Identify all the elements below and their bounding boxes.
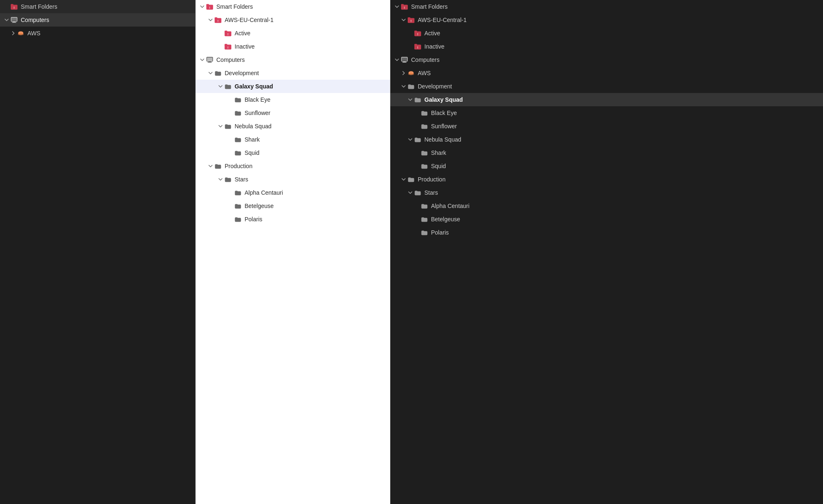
chevron-down-icon[interactable] xyxy=(199,3,206,10)
chevron-down-icon[interactable] xyxy=(3,17,10,23)
svg-rect-24 xyxy=(225,44,227,46)
label-black-eye: Black Eye xyxy=(245,96,270,103)
tree-item-smart-folders[interactable]: ! Smart Folders xyxy=(0,0,195,13)
collapse-handle[interactable]: ‹ xyxy=(390,244,390,260)
svg-text:!: ! xyxy=(218,19,218,23)
chevron-none-icon[interactable] xyxy=(217,43,224,50)
chevron-down-icon[interactable] xyxy=(394,56,400,63)
tree-item-sunflower[interactable]: Sunflower xyxy=(390,120,823,133)
chevron-none-icon[interactable] xyxy=(227,189,234,196)
chevron-down-icon[interactable] xyxy=(207,163,214,169)
label-shark: Shark xyxy=(245,136,260,143)
tree-item-black-eye[interactable]: Black Eye xyxy=(196,93,390,106)
tree-item-sunflower[interactable]: Sunflower xyxy=(196,106,390,120)
chevron-none-icon[interactable] xyxy=(414,110,420,116)
smart-folder-red-icon: ! xyxy=(224,42,232,51)
svg-text:!: ! xyxy=(417,32,418,36)
chevron-down-icon[interactable] xyxy=(394,3,400,10)
tree-item-black-eye[interactable]: Black Eye xyxy=(390,106,823,120)
folder-icon xyxy=(224,82,232,91)
smart-folder-icon: ! xyxy=(400,2,409,11)
tree-item-smart-folders[interactable]: ! Smart Folders xyxy=(196,0,390,13)
tree-item-stars[interactable]: Stars xyxy=(196,173,390,186)
tree-item-aws[interactable]: AWS xyxy=(390,66,823,80)
tree-item-active[interactable]: ! Active xyxy=(196,27,390,40)
chevron-down-icon[interactable] xyxy=(400,17,407,23)
chevron-none-icon[interactable] xyxy=(227,203,234,209)
tree-item-development[interactable]: Development xyxy=(196,66,390,80)
chevron-none-icon[interactable] xyxy=(414,229,420,236)
tree-item-smart-folders[interactable]: ! Smart Folders xyxy=(390,0,823,13)
tree-item-betelgeuse[interactable]: Betelgeuse xyxy=(196,199,390,213)
chevron-none-icon[interactable] xyxy=(414,163,420,169)
chevron-none-icon[interactable] xyxy=(227,110,234,116)
tree-item-computers[interactable]: Computers xyxy=(390,53,823,66)
chevron-none-icon[interactable] xyxy=(227,216,234,223)
tree-item-aws[interactable]: AWS xyxy=(0,27,195,40)
tree-item-squid[interactable]: Squid xyxy=(196,146,390,159)
tree-item-aws-eu[interactable]: ! AWS-EU-Central-1 xyxy=(390,13,823,27)
folder-icon xyxy=(234,215,242,223)
chevron-down-icon[interactable] xyxy=(207,17,214,23)
chevron-none-icon[interactable] xyxy=(217,30,224,37)
tree-item-shark[interactable]: Shark xyxy=(390,146,823,159)
tree-item-development[interactable]: Development xyxy=(390,80,823,93)
tree-item-polaris[interactable]: Polaris xyxy=(196,213,390,226)
chevron-right-icon[interactable] xyxy=(400,70,407,76)
chevron-down-icon[interactable] xyxy=(407,189,414,196)
chevron-none-icon[interactable] xyxy=(414,123,420,130)
folder-icon xyxy=(420,202,429,210)
folder-icon xyxy=(414,95,422,104)
tree-item-aws-eu[interactable]: ! AWS-EU-Central-1 xyxy=(196,13,390,27)
chevron-none-icon[interactable] xyxy=(227,149,234,156)
chevron-none-icon[interactable] xyxy=(227,136,234,143)
label-computers: Computers xyxy=(411,56,439,64)
tree-item-inactive[interactable]: ! Inactive xyxy=(196,40,390,53)
chevron-down-icon[interactable] xyxy=(217,83,224,90)
tree-item-production[interactable]: Production xyxy=(390,173,823,186)
chevron-down-icon[interactable] xyxy=(199,56,206,63)
folder-icon xyxy=(224,175,232,183)
tree-item-alpha-centauri[interactable]: Alpha Centauri xyxy=(390,199,823,213)
tree-item-active[interactable]: ! Active xyxy=(390,27,823,40)
tree-item-inactive[interactable]: ! Inactive xyxy=(390,40,823,53)
folder-icon xyxy=(420,162,429,170)
label-production: Production xyxy=(225,162,252,170)
tree-item-computers[interactable]: Computers xyxy=(196,53,390,66)
chevron-none-icon[interactable] xyxy=(3,3,10,10)
tree-item-alpha-centauri[interactable]: Alpha Centauri xyxy=(196,186,390,199)
label-inactive: Inactive xyxy=(235,43,255,50)
label-smart-folders: Smart Folders xyxy=(216,3,253,10)
tree-item-computers[interactable]: Computers xyxy=(0,13,195,27)
tree-item-betelgeuse[interactable]: Betelgeuse xyxy=(390,213,823,226)
tree-item-production[interactable]: Production xyxy=(196,159,390,173)
svg-rect-37 xyxy=(408,17,410,19)
tree-item-galaxy-squad[interactable]: Galaxy Squad xyxy=(390,93,823,106)
folder-icon xyxy=(234,95,242,104)
chevron-none-icon[interactable] xyxy=(414,216,420,223)
chevron-none-icon[interactable] xyxy=(414,203,420,209)
chevron-none-icon[interactable] xyxy=(407,43,414,50)
chevron-down-icon[interactable] xyxy=(217,176,224,183)
tree-item-squid[interactable]: Squid xyxy=(390,159,823,173)
chevron-right-icon[interactable] xyxy=(10,30,17,37)
chevron-none-icon[interactable] xyxy=(407,30,414,37)
tree-item-shark[interactable]: Shark xyxy=(196,133,390,146)
chevron-down-icon[interactable] xyxy=(400,176,407,183)
chevron-down-icon[interactable] xyxy=(407,96,414,103)
middle-panel: ! Smart Folders ! AWS-EU-Central-1 ! Act… xyxy=(195,0,390,504)
chevron-none-icon[interactable] xyxy=(227,96,234,103)
tree-item-nebula-squad[interactable]: Nebula Squad xyxy=(390,133,823,146)
svg-rect-20 xyxy=(225,31,227,32)
tree-item-galaxy-squad[interactable]: Galaxy Squad xyxy=(196,80,390,93)
chevron-down-icon[interactable] xyxy=(207,70,214,76)
chevron-down-icon[interactable] xyxy=(407,136,414,143)
tree-item-stars[interactable]: Stars xyxy=(390,186,823,199)
label-alpha-centauri: Alpha Centauri xyxy=(431,202,470,210)
tree-item-nebula-squad[interactable]: Nebula Squad xyxy=(196,120,390,133)
chevron-none-icon[interactable] xyxy=(414,149,420,156)
chevron-down-icon[interactable] xyxy=(217,123,224,130)
chevron-down-icon[interactable] xyxy=(400,83,407,90)
tree-item-polaris[interactable]: Polaris xyxy=(390,226,823,239)
smart-folder-red-icon: ! xyxy=(414,29,422,37)
